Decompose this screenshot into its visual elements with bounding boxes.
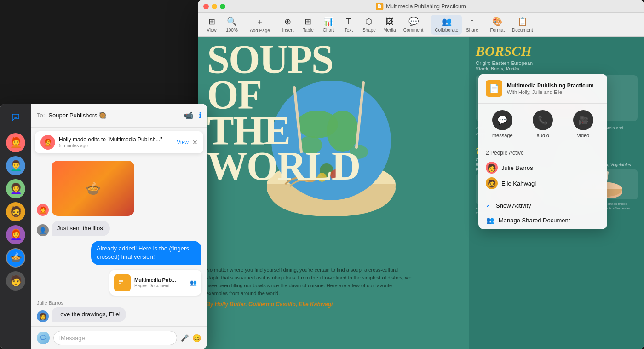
collaborate-toolbar-item[interactable]: 👥 Collaborate	[431, 15, 462, 35]
sidebar-avatar-5[interactable]: 👩‍🦰	[6, 225, 25, 244]
table-toolbar-item[interactable]: ⊞ Table	[298, 15, 318, 35]
checkmark-icon: ✓	[486, 202, 491, 209]
view-notification-button[interactable]: View	[177, 139, 189, 145]
byline: By Holly Butler, Guillermo Castillo, Eli…	[206, 301, 413, 308]
collaborate-icon: 👥	[442, 17, 452, 27]
chart-toolbar-item[interactable]: 📊 Chart	[318, 15, 339, 35]
message-julie: Julie Barros 👩 Love the drawings, Elie!	[37, 300, 201, 322]
notification-avatar: 🧑‍🦰	[40, 135, 55, 150]
zoom-toolbar-item[interactable]: 🔍 100%	[222, 15, 242, 35]
collab-actions: 💬 message 📞 audio 🎥 video	[478, 104, 607, 145]
collab-person-2: 🧔 Elie Kahwagi	[486, 175, 600, 191]
compose-button[interactable]	[7, 109, 24, 126]
pages-app-icon: 📄	[376, 3, 383, 10]
doc-attachment[interactable]: Multimedia Pub... Pages Document 👥	[109, 270, 201, 296]
imessage-app-icon[interactable]	[37, 332, 50, 344]
media-icon: 🖼	[385, 17, 394, 27]
person2-name: Elie Kahwagi	[501, 180, 536, 187]
info-icon[interactable]: ℹ	[199, 111, 201, 120]
pages-toolbar: ⊞ View 🔍 100% ＋ Add Page ⊕ Insert ⊞ Tabl…	[198, 13, 644, 37]
person1-avatar: 🧑	[486, 162, 498, 174]
add-page-toolbar-item[interactable]: ＋ Add Page	[246, 14, 274, 35]
body-text-area: No matter where you find yourself dining…	[206, 266, 413, 308]
messages-list: 🧑‍🦰 🍲 👤 Just sent the illos! Already add…	[31, 157, 207, 326]
insert-toolbar-item[interactable]: ⊕ Insert	[278, 15, 298, 35]
audio-input-icon[interactable]: 🎤	[181, 334, 189, 342]
video-call-icon[interactable]: 📹	[184, 111, 193, 120]
collab-people-section: 2 People Active 🧑 Julie Barros 🧔 Elie Ka…	[478, 145, 607, 196]
share-icon: ↑	[470, 17, 474, 27]
message-action-button[interactable]: 💬 message	[492, 110, 513, 138]
text-toolbar-item[interactable]: T Text	[339, 15, 359, 35]
imessage-input[interactable]: iMessage	[53, 331, 177, 345]
format-icon: 🎨	[492, 17, 502, 27]
bubble-already-added: Already added! Here is the (fingers cros…	[91, 241, 201, 265]
sender-avatar-msg1: 🧑‍🦰	[37, 204, 49, 216]
bubble-julie: Love the drawings, Elie!	[52, 307, 126, 322]
messages-sidebar: 🧑‍🦰 👨‍🦱 👩‍🦱 🧔 👩‍🦰 🍲 🧑	[0, 104, 31, 349]
share-toolbar-item[interactable]: ↑ Share	[462, 15, 482, 35]
toolbar-separator-4	[484, 18, 484, 32]
toolbar-separator	[244, 18, 244, 32]
bors-title: BORSCH	[476, 43, 638, 59]
show-activity-item[interactable]: ✓ Show Activity	[478, 198, 607, 213]
sidebar-avatar-active[interactable]: 🍲	[6, 248, 25, 268]
toolbar-separator-3	[429, 18, 429, 32]
media-toolbar-item[interactable]: 🖼 Media	[380, 15, 400, 35]
pages-titlebar: 📄 Multimedia Publishing Practicum	[198, 0, 644, 13]
sidebar-avatar-7[interactable]: 🧑	[6, 271, 25, 291]
doc-attachment-icon	[114, 274, 131, 291]
sender-avatar-msg2: 👤	[37, 224, 49, 236]
close-button[interactable]	[203, 4, 209, 9]
message-action-label: message	[492, 133, 513, 138]
doc-type: Pages Document	[134, 283, 186, 288]
body-text: No matter where you find yourself dining…	[206, 266, 413, 297]
pages-canvas: SOUPS OF THE WORLD	[198, 37, 644, 349]
soups-headline: SOUPS OF THE WORLD	[207, 41, 360, 184]
manage-shared-item[interactable]: 👥 Manage Shared Document	[478, 213, 607, 227]
document-toolbar-item[interactable]: 📋 Document	[508, 15, 537, 35]
comment-toolbar-item[interactable]: 💬 Comment	[400, 15, 427, 35]
message-image: 🧑‍🦰 🍲	[37, 161, 201, 216]
notification-banner: 🧑‍🦰 Holly made edits to "Multimedia Publ…	[35, 131, 203, 153]
audio-action-label: audio	[537, 133, 549, 138]
image-bubble: 🍲	[52, 161, 134, 216]
emoji-icon[interactable]: 😊	[192, 334, 201, 343]
sidebar-avatar-1[interactable]: 🧑‍🦰	[6, 133, 25, 152]
sidebar-avatar-3[interactable]: 👩‍🦱	[6, 179, 25, 198]
message-julie-bubble: 👩 Love the drawings, Elie!	[37, 307, 201, 322]
sidebar-avatar-4[interactable]: 🧔	[6, 202, 25, 221]
minimize-button[interactable]	[212, 4, 217, 9]
collab-menu-items: ✓ Show Activity 👥 Manage Shared Document	[478, 196, 607, 229]
collaborate-dropdown: 📄 Multimedia Publishing Practicum With H…	[478, 74, 607, 229]
messages-header: To: Souper Publishers 🥘 📹 ℹ	[31, 104, 207, 128]
sidebar-avatar-2[interactable]: 👨‍🦱	[6, 156, 25, 175]
svg-rect-32	[118, 278, 124, 286]
julie-sender-name: Julie Barros	[37, 300, 201, 306]
julie-avatar: 👩	[37, 310, 49, 322]
audio-action-icon: 📞	[533, 110, 553, 130]
manage-shared-icon: 👥	[486, 216, 494, 224]
video-action-button[interactable]: 🎥 video	[573, 110, 593, 138]
header-icons: 📹 ℹ	[184, 111, 201, 120]
comment-icon: 💬	[408, 17, 419, 27]
audio-action-button[interactable]: 📞 audio	[533, 110, 553, 138]
view-toolbar-item[interactable]: ⊞ View	[201, 15, 222, 35]
notification-time: 5 minutes ago	[59, 143, 173, 148]
show-activity-label: Show Activity	[496, 202, 531, 209]
person1-name: Julie Barros	[501, 164, 533, 171]
shape-toolbar-item[interactable]: ⬡ Shape	[359, 15, 380, 35]
text-icon: T	[346, 17, 351, 27]
manage-shared-label: Manage Shared Document	[499, 217, 570, 224]
doc-people-icon: 👥	[190, 279, 197, 286]
close-notification-button[interactable]: ✕	[192, 139, 198, 146]
toolbar-separator-2	[276, 18, 276, 32]
people-active-count: 2 People Active	[486, 150, 600, 156]
view-icon: ⊞	[208, 17, 215, 27]
message-input-area: iMessage 🎤 😊	[31, 326, 207, 349]
insert-icon: ⊕	[284, 17, 291, 27]
fullscreen-button[interactable]	[220, 4, 225, 9]
messages-main: To: Souper Publishers 🥘 📹 ℹ 🧑‍🦰 Holly ma…	[31, 104, 207, 349]
video-action-icon: 🎥	[573, 110, 593, 130]
format-toolbar-item[interactable]: 🎨 Format	[486, 15, 508, 35]
